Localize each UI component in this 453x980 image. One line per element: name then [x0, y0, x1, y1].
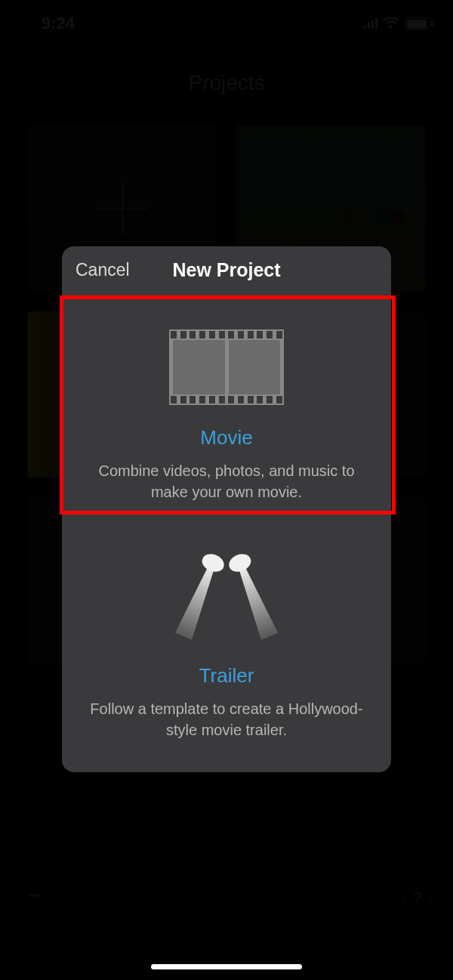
option-movie[interactable]: Movie Combine videos, photos, and music … [62, 293, 391, 534]
filmstrip-icon [86, 322, 367, 413]
option-trailer-description: Follow a template to create a Hollywood-… [86, 698, 367, 740]
new-project-sheet: Cancel New Project Movie Combine videos,… [62, 246, 391, 772]
home-indicator[interactable] [151, 964, 302, 969]
option-trailer-title: Trailer [86, 664, 367, 688]
cancel-button[interactable]: Cancel [76, 246, 130, 293]
spotlights-icon [86, 560, 367, 651]
option-trailer[interactable]: Trailer Follow a template to create a Ho… [62, 534, 391, 772]
sheet-title: New Project [172, 259, 280, 281]
sheet-header: Cancel New Project [62, 246, 391, 293]
option-movie-description: Combine videos, photos, and music to mak… [86, 460, 367, 502]
option-movie-title: Movie [86, 426, 367, 450]
